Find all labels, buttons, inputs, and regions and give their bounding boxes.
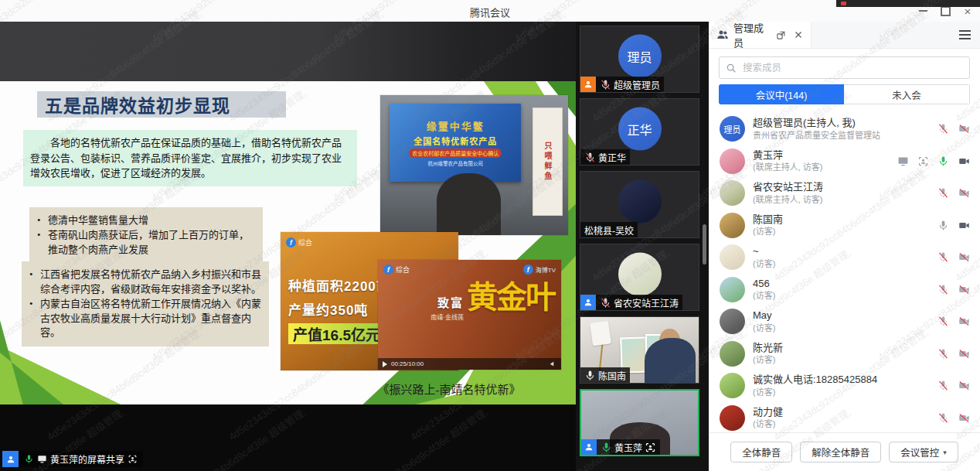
- screen-share-icon: [897, 155, 909, 167]
- mic-on-icon[interactable]: [937, 155, 949, 167]
- participant-thumbnail[interactable]: 正华黄正华: [580, 98, 699, 166]
- video-progress-bar: 00:25/10:00: [378, 358, 561, 370]
- mic-muted-icon[interactable]: [937, 284, 949, 295]
- panel-header: 管理成员: [709, 22, 980, 49]
- video-stat-line: 产量约350吨: [288, 299, 368, 319]
- lamp-silhouette: [590, 320, 611, 346]
- member-avatar: 理员: [720, 116, 745, 142]
- tab-manage-members[interactable]: 管理成员: [709, 22, 812, 48]
- window-title: 腾讯会议: [0, 5, 980, 19]
- screen-share-area: 五是品牌效益初步显现 各地的名特优新农产品在保证品质的基础上，借助名特优新农产品…: [0, 22, 576, 471]
- member-role: 贵州省农产品质量安全监督管理站: [753, 130, 937, 141]
- member-avatar: [720, 180, 745, 206]
- member-name: 诚实做人电话:18285425884: [753, 374, 937, 386]
- member-filter-tabs: 会议中(144) 未入会: [719, 84, 970, 104]
- member-search-box[interactable]: [719, 56, 970, 79]
- member-row[interactable]: 理员超级管理员(主持人, 我)贵州省农产品质量安全监督管理站: [709, 113, 980, 145]
- screen-share-icon: [37, 454, 47, 464]
- slide-bullet: •德清中华鳖销售量大增: [37, 213, 255, 228]
- member-avatar: [720, 148, 745, 174]
- camera-muted-icon[interactable]: [958, 380, 971, 391]
- popout-icon[interactable]: [776, 30, 786, 40]
- member-role: (访客): [753, 323, 937, 333]
- role-badge: [2, 451, 19, 467]
- search-input[interactable]: [741, 62, 963, 74]
- camera-on-icon[interactable]: [958, 220, 971, 231]
- member-avatar: [720, 341, 745, 367]
- mic-on-icon: [601, 442, 612, 453]
- camera-muted-icon[interactable]: [958, 316, 971, 327]
- member-row[interactable]: 黄玉萍(联席主持人, 访客): [709, 145, 980, 178]
- mic-muted-icon[interactable]: [937, 316, 949, 327]
- mic-muted-icon[interactable]: [937, 412, 949, 424]
- focus-icon: [645, 442, 656, 453]
- panel-close-icon[interactable]: [794, 30, 803, 39]
- tab-not-joined[interactable]: 未入会: [844, 84, 970, 104]
- focus-icon: [128, 454, 138, 464]
- video-stat-line: 种植面积2200亩: [288, 275, 390, 295]
- chevron-down-icon: ▾: [943, 449, 947, 456]
- overlapping-window-edge: [836, 0, 980, 7]
- participant-avatar: 正华: [618, 107, 662, 150]
- member-row[interactable]: 动力健(访客): [709, 402, 980, 434]
- member-name: ~: [753, 245, 937, 258]
- screen-share-status: 黄玉萍的屏幕共享: [2, 451, 143, 467]
- member-role: (访客): [753, 418, 937, 429]
- participant-avatar: 理员: [618, 34, 662, 77]
- camera-muted-icon[interactable]: [958, 187, 971, 199]
- mic-on-icon: [24, 454, 34, 464]
- camera-muted-icon[interactable]: [958, 412, 971, 424]
- participant-thumbnail[interactable]: 理员超级管理员: [580, 26, 699, 93]
- participant-thumbnail[interactable]: 黄玉萍: [580, 389, 699, 456]
- camera-on-icon[interactable]: [958, 155, 971, 167]
- role-badge: [580, 295, 596, 310]
- mic-muted-icon[interactable]: [937, 251, 949, 263]
- participant-name-label: 黄玉萍: [597, 439, 660, 455]
- mic-muted-icon[interactable]: [937, 380, 949, 391]
- search-icon: [726, 63, 737, 73]
- camera-muted-icon[interactable]: [958, 348, 971, 360]
- tv-company: 杭州缘璽农产品有限公司: [427, 159, 483, 167]
- member-row[interactable]: ~(访客): [709, 241, 980, 274]
- mute-all-button[interactable]: 全体静音: [730, 442, 792, 462]
- thumbnail-scrollbar[interactable]: [703, 224, 706, 265]
- role-badge: [581, 439, 597, 455]
- mic-on-icon[interactable]: [937, 220, 949, 231]
- mic-muted-icon: [600, 79, 611, 90]
- member-row[interactable]: 诚实做人电话:18285425884(访客): [709, 370, 980, 402]
- member-list: 理员超级管理员(主持人, 我)贵州省农产品质量安全监督管理站黄玉萍(联席主持人,…: [709, 111, 980, 433]
- shared-screen-top-strip: [0, 22, 576, 81]
- member-row[interactable]: 省农安站王江涛(联席主持人, 访客): [709, 177, 980, 210]
- member-name: 黄玉萍: [753, 149, 897, 162]
- member-management-panel: 管理成员 会议中(144) 未入会: [709, 22, 980, 471]
- slide-photo-tv-screen: 缘璽中华鳖 全国名特优新农产品 农业农村部农产品质量安全中心确认 杭州缘璽农产品…: [380, 95, 568, 235]
- camera-muted-icon[interactable]: [958, 251, 971, 263]
- tv-line1: 全国名特优新农产品: [413, 135, 497, 147]
- unmute-all-button[interactable]: 解除全体静音: [800, 442, 881, 462]
- member-avatar: [720, 309, 745, 334]
- member-name: 动力健: [753, 406, 937, 418]
- member-avatar: [720, 244, 745, 270]
- mic-muted-icon[interactable]: [937, 123, 949, 135]
- member-row[interactable]: 456(访客): [709, 274, 980, 306]
- menu-icon[interactable]: [959, 28, 971, 42]
- member-row[interactable]: May(访客): [709, 305, 980, 338]
- tv-line2: 农业农村部农产品质量安全中心确认: [409, 148, 502, 158]
- tab-in-meeting[interactable]: 会议中(144): [719, 84, 844, 104]
- participant-thumbnail[interactable]: 陈国南: [580, 316, 699, 384]
- camera-muted-icon[interactable]: [958, 123, 971, 135]
- member-name: May: [753, 309, 937, 322]
- participant-avatar: [618, 252, 662, 295]
- participant-thumbnail[interactable]: 省农安站王江涛: [580, 244, 699, 311]
- person-silhouette: [437, 173, 501, 235]
- participant-thumbnail[interactable]: 松桃县-吴姣: [580, 171, 699, 238]
- mic-muted-icon[interactable]: [937, 187, 949, 199]
- member-row[interactable]: 陈光新(访客): [709, 338, 980, 370]
- camera-muted-icon[interactable]: [958, 284, 971, 295]
- member-row[interactable]: 陈国南(访客): [709, 210, 980, 242]
- play-icon: [383, 361, 387, 367]
- member-role: (联席主持人, 访客): [753, 162, 897, 172]
- mic-muted-icon[interactable]: [937, 348, 949, 360]
- meeting-controls-button[interactable]: 会议管控▾: [889, 442, 958, 462]
- member-name: 超级管理员(主持人, 我): [753, 117, 937, 129]
